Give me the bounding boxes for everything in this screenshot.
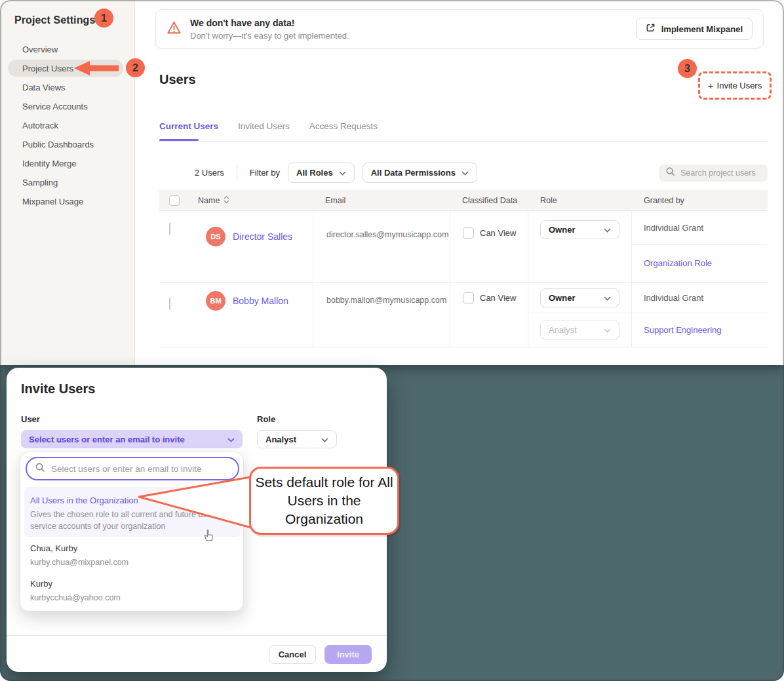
can-view-checkbox[interactable]	[463, 292, 474, 303]
main-content: We don't have any data! Don't worry—it's…	[135, 0, 784, 365]
implement-mixpanel-button[interactable]: Implement Mixpanel	[636, 18, 753, 40]
user-email: bobby.mallon@mymusicapp.com	[313, 282, 450, 347]
cancel-button[interactable]: Cancel	[269, 645, 316, 664]
sidebar-item-identity-merge[interactable]: Identity Merge	[0, 154, 135, 173]
user-select-dropdown[interactable]: Select users or enter an email to invite	[21, 430, 243, 448]
modal-footer: Cancel Invite	[7, 635, 387, 672]
chevron-down-icon	[227, 433, 235, 445]
users-heading: Users	[159, 72, 196, 87]
sort-arrows-icon[interactable]	[224, 195, 229, 206]
banner-subtitle: Don't worry—it's easy to get implemented…	[190, 31, 349, 41]
invite-users-button[interactable]: + Invite Users	[698, 71, 772, 100]
option-chua-kurby[interactable]: Chua, Kurby kurby.chua@mixpanel.com	[24, 543, 241, 568]
filter-row: 2 Users Filter by All Roles All Data Per…	[159, 163, 768, 183]
sidebar-item-mixpanel-usage[interactable]: Mixpanel Usage	[0, 192, 135, 211]
search-project-users[interactable]	[659, 165, 768, 182]
select-all-checkbox[interactable]	[169, 195, 180, 206]
chevron-down-icon	[321, 433, 328, 445]
table-header: Name Email Classified Data Role Granted …	[159, 190, 768, 211]
permissions-filter-dropdown[interactable]: All Data Permissions	[363, 163, 477, 183]
tabs-divider	[159, 141, 768, 142]
role-dropdown[interactable]: Owner	[540, 220, 619, 239]
role-select-dropdown[interactable]: Analyst	[257, 430, 337, 448]
avatar: DS	[206, 227, 225, 246]
user-count: 2 Users	[195, 168, 224, 178]
callout-tail	[138, 473, 254, 534]
chevron-down-icon	[461, 168, 469, 178]
search-input[interactable]	[680, 168, 761, 178]
granted-by-value: Individual Grant	[644, 293, 703, 303]
support-engineering-link[interactable]: Support Engineering	[644, 325, 722, 335]
warning-triangle-icon	[167, 20, 182, 38]
users-table: Name Email Classified Data Role Granted …	[159, 190, 768, 347]
step-badge-1: 1	[94, 9, 113, 28]
row-checkbox[interactable]	[169, 298, 170, 310]
tab-access-requests[interactable]: Access Requests	[309, 121, 378, 142]
can-view-label: Can View	[480, 292, 516, 303]
tab-current-users[interactable]: Current Users	[159, 121, 218, 142]
annotation-callout: Sets default role for All Users in the O…	[249, 467, 399, 535]
can-view-checkbox[interactable]	[463, 227, 474, 239]
settings-sidebar: Project Settings Overview Project Users …	[0, 0, 135, 365]
divider	[237, 166, 237, 180]
tab-invited-users[interactable]: Invited Users	[238, 121, 290, 142]
option-kurby[interactable]: Kurby kurbycchua@yahoo.com	[24, 579, 241, 604]
users-tabs: Current Users Invited Users Access Reque…	[159, 121, 378, 142]
left-arrow-icon	[74, 61, 119, 78]
table-row: BM Bobby Mallon bobby.mallon@mymusicapp.…	[159, 282, 768, 347]
no-data-banner: We don't have any data! Don't worry—it's…	[155, 9, 764, 49]
row-checkbox[interactable]	[169, 223, 170, 235]
invite-button[interactable]: Invite	[324, 645, 372, 664]
user-email: director.salles@mymusicapp.com	[313, 211, 450, 282]
search-icon	[665, 166, 675, 179]
role-field-label: Role	[257, 414, 275, 424]
granted-by-value: Individual Grant	[644, 223, 703, 233]
can-view-label: Can View	[480, 227, 516, 239]
sidebar-item-data-views[interactable]: Data Views	[0, 78, 135, 97]
search-icon	[35, 462, 45, 475]
role-dropdown[interactable]: Owner	[540, 288, 619, 307]
sidebar-item-overview[interactable]: Overview	[0, 40, 135, 59]
user-name-link[interactable]: Bobby Mallon	[233, 291, 288, 311]
filter-by-label: Filter by	[250, 168, 280, 178]
user-search-input[interactable]	[51, 464, 230, 474]
page-title: Project Settings	[14, 14, 95, 26]
chevron-down-icon	[339, 168, 346, 178]
col-role: Role	[528, 196, 631, 205]
organization-role-link[interactable]: Organization Role	[644, 258, 712, 268]
sidebar-item-autotrack[interactable]: Autotrack	[0, 116, 135, 135]
sidebar-item-sampling[interactable]: Sampling	[0, 173, 135, 192]
chevron-down-icon	[604, 293, 611, 303]
table-row: DS Director Salles director.salles@mymus…	[159, 211, 768, 282]
col-name: Name	[198, 196, 220, 205]
user-name-link[interactable]: Director Salles	[233, 227, 292, 246]
step-badge-2: 2	[126, 58, 145, 77]
roles-filter-dropdown[interactable]: All Roles	[288, 163, 355, 183]
modal-title: Invite Users	[21, 381, 95, 397]
avatar: BM	[206, 291, 225, 311]
sidebar-item-service-accounts[interactable]: Service Accounts	[0, 97, 135, 116]
col-email: Email	[313, 196, 450, 205]
step-badge-3: 3	[678, 59, 697, 78]
role-dropdown-disabled: Analyst	[540, 321, 619, 340]
banner-texts: We don't have any data! Don't worry—it's…	[190, 18, 349, 41]
sidebar-item-public-dashboards[interactable]: Public Dashboards	[0, 135, 135, 154]
screenshot-canvas: Project Settings Overview Project Users …	[0, 0, 784, 681]
chevron-down-icon	[604, 325, 611, 335]
user-field-label: User	[21, 414, 40, 424]
chevron-down-icon	[604, 225, 611, 235]
external-link-icon	[646, 23, 656, 35]
banner-title: We don't have any data!	[190, 18, 349, 28]
col-granted-by: Granted by	[631, 196, 768, 205]
col-classified-data: Classified Data	[450, 196, 528, 205]
project-settings-app: Project Settings Overview Project Users …	[0, 0, 784, 365]
plus-icon: +	[708, 80, 714, 91]
